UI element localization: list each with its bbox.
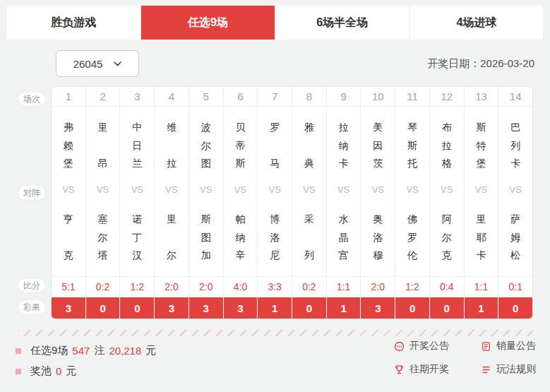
vs-label: VS xyxy=(155,184,189,195)
jackpot-summary-line: 奖池 0 元 xyxy=(16,364,76,378)
match-result: 3 xyxy=(52,297,85,319)
home-team-name: 贝蒂斯 xyxy=(224,122,258,169)
team-name-char: 维 xyxy=(167,122,177,133)
team-name-char: 塞 xyxy=(98,214,108,225)
team-name-char: 茨 xyxy=(373,158,383,169)
matchup-cell: 中日兰VS诺丁汉 xyxy=(119,107,154,276)
home-team-name: 弗赖堡 xyxy=(52,122,85,169)
away-team-name: 阿尔克 xyxy=(430,214,464,261)
match-result: 3 xyxy=(189,297,223,319)
team-name-char: 列 xyxy=(510,141,520,151)
match-score: 2:0 xyxy=(360,276,395,297)
tab-4-goals[interactable]: 4场进球 xyxy=(410,6,543,40)
draw-date-value: 2026-03-20 xyxy=(480,57,534,69)
match-result: 1 xyxy=(464,297,498,319)
vs-label: VS xyxy=(327,184,361,195)
vs-label: VS xyxy=(258,184,292,195)
team-name-char: 贝 xyxy=(235,122,245,133)
striped-divider xyxy=(18,330,533,336)
vs-label: VS xyxy=(86,184,120,195)
team-name-char: 诺 xyxy=(132,214,142,225)
match-score: 4:0 xyxy=(223,276,258,297)
matchup-cell: 雅典VS采列 xyxy=(292,107,326,276)
team-name-char: 昂 xyxy=(98,158,108,169)
link-label: 开奖公告 xyxy=(409,340,449,352)
tab-6-half-full[interactable]: 6场半全场 xyxy=(276,6,409,40)
match-result: 3 xyxy=(360,297,395,319)
team-name-char: 汉 xyxy=(132,250,142,261)
team-name-char: 典 xyxy=(304,158,314,169)
matchup-cell: 布拉格VS阿尔克 xyxy=(429,107,464,276)
match-number: 3 xyxy=(119,87,154,107)
team-name-char: 斯 xyxy=(235,158,245,169)
jackpot-unit: 元 xyxy=(66,364,76,378)
match-score: 2:0 xyxy=(154,276,189,297)
link-label: 往期开奖 xyxy=(409,363,449,376)
match-score: 0:4 xyxy=(429,276,464,297)
tab-any-9-matches[interactable]: 任选9场 xyxy=(141,6,274,40)
vs-label: VS xyxy=(361,184,395,195)
team-name-char: 拉 xyxy=(339,122,349,133)
link-game-rules[interactable]: 玩法规则 xyxy=(481,363,536,376)
summary-game-label: 任选9场 xyxy=(30,344,68,357)
team-name-char: 尔 xyxy=(442,232,452,243)
link-label: 玩法规则 xyxy=(496,363,536,376)
team-name-char: 日 xyxy=(132,141,142,151)
draw-date-label: 开奖日期： xyxy=(427,57,480,69)
match-score: 1:2 xyxy=(395,276,429,297)
team-name-char: 晶 xyxy=(339,232,349,243)
matchup-cell: 贝蒂斯VS帕纳辛 xyxy=(223,107,258,276)
team-name-char: 琴 xyxy=(407,122,417,133)
bullet-square xyxy=(16,369,21,374)
match-score: 3:3 xyxy=(257,276,292,297)
vs-label: VS xyxy=(189,184,223,195)
team-name-char: 布 xyxy=(442,122,452,133)
team-name-char: 穆 xyxy=(373,250,383,261)
link-draw-announcement[interactable]: 开奖公告 xyxy=(394,340,481,352)
vs-label: VS xyxy=(465,184,498,195)
match-result: 1 xyxy=(326,297,361,319)
team-name-char: 宫 xyxy=(339,250,349,261)
match-score: 0:2 xyxy=(292,276,326,297)
match-result: 1 xyxy=(257,297,292,319)
row-label-session: 场次 xyxy=(18,92,45,106)
tab-win-loss-game[interactable]: 胜负游戏 xyxy=(7,6,140,40)
match-result: 3 xyxy=(154,297,189,319)
team-name-char: 亨 xyxy=(64,214,73,225)
matchup-cell: 美因茨VS奥洛穆 xyxy=(360,107,395,276)
match-score: 2:0 xyxy=(189,276,223,297)
lottery-results-page: 胜负游戏 任选9场 6场半全场 4场进球 26045 开奖日期：2026-03-… xyxy=(0,0,550,392)
home-team-name: 波尔图 xyxy=(189,122,223,169)
home-team-name: 拉纳卡 xyxy=(327,122,361,169)
link-sales-announcement[interactable]: 销量公告 xyxy=(481,340,536,352)
team-name-char: 堡 xyxy=(476,158,486,169)
match-number: 6 xyxy=(223,87,258,107)
team-name-char: 卡 xyxy=(476,250,486,261)
match-number: 12 xyxy=(429,87,464,107)
match-number: 4 xyxy=(154,87,189,107)
link-past-draws[interactable]: 往期开奖 xyxy=(394,363,481,376)
team-name-char: 耶 xyxy=(476,232,486,243)
team-name-char: 尼 xyxy=(270,250,280,261)
matchup-cell: 罗马VS博洛尼 xyxy=(257,107,292,276)
team-name-char: 美 xyxy=(373,122,383,133)
team-name-char: 赖 xyxy=(64,141,73,151)
match-number: 14 xyxy=(498,87,532,107)
chevron-down-icon xyxy=(114,61,121,66)
team-name-char: 纳 xyxy=(339,141,349,151)
team-name-char: 松 xyxy=(510,250,520,261)
match-score: 1:2 xyxy=(119,276,154,297)
home-team-name: 布拉格 xyxy=(430,122,464,169)
match-number: 10 xyxy=(360,87,395,107)
link-label: 销量公告 xyxy=(496,340,536,352)
matchup-cell: 弗赖堡VS亨克 xyxy=(52,107,85,276)
away-team-name: 诺丁汉 xyxy=(120,214,154,261)
match-number: 13 xyxy=(464,87,498,107)
vs-label: VS xyxy=(430,184,464,195)
matchup-cell: 维拉VS里尔 xyxy=(154,107,189,276)
team-name-char: 塔 xyxy=(98,250,108,261)
away-team-name: 亨克 xyxy=(52,214,85,261)
jackpot-label: 奖池 xyxy=(30,364,52,378)
period-select[interactable]: 26045 xyxy=(56,50,139,77)
match-result: 0 xyxy=(429,297,464,319)
